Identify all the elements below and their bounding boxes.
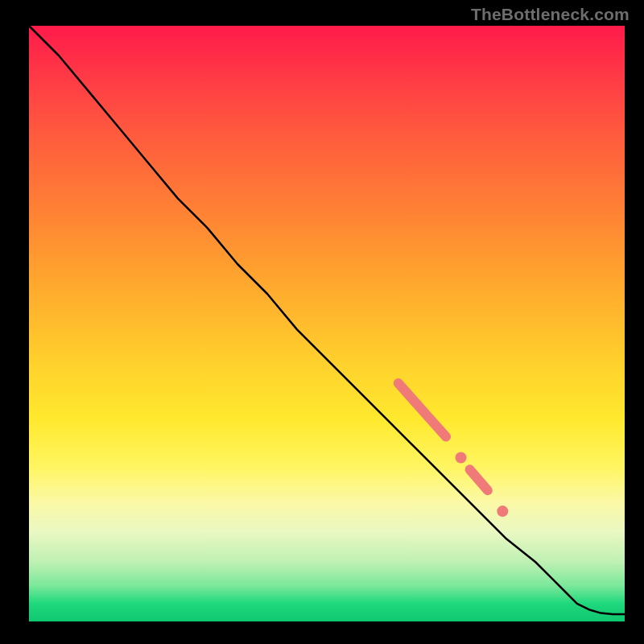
chart-stage: TheBottleneck.com: [0, 0, 644, 644]
watermark: TheBottleneck.com: [471, 5, 630, 24]
plot-area: [29, 26, 625, 621]
